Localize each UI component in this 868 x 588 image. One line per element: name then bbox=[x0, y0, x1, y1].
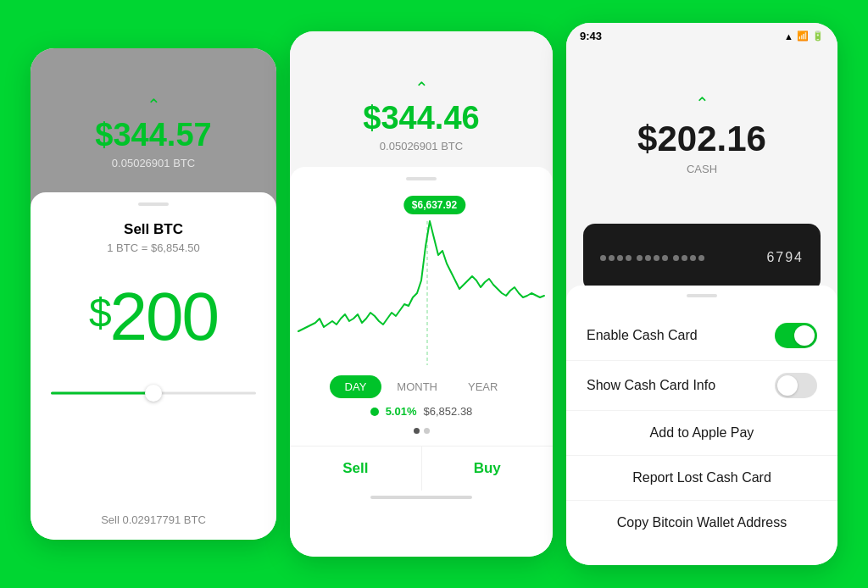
pg-dot-1 bbox=[414, 428, 420, 434]
chart-sheet: $6,637.92 DAY MONTH YE bbox=[290, 167, 553, 557]
chevron-up-icon[interactable]: ⌃ bbox=[147, 97, 161, 114]
action-sheet: Enable Cash Card Show Cash Card Info Add… bbox=[566, 286, 837, 565]
stats-dot-icon bbox=[370, 408, 379, 416]
chart-sheet-handle bbox=[406, 177, 437, 180]
show-cash-card-info-row: Show Cash Card Info bbox=[566, 361, 837, 411]
card-dot bbox=[609, 255, 615, 261]
stats-value: $6,852.38 bbox=[424, 405, 473, 418]
chart-btc-sub: 0.05026901 BTC bbox=[380, 140, 463, 153]
btc-sub-amount: 0.05026901 BTC bbox=[112, 157, 195, 169]
enable-cash-card-row: Enable Cash Card bbox=[566, 311, 837, 361]
card-dot-group-1 bbox=[600, 255, 632, 261]
show-cash-card-info-label: Show Cash Card Info bbox=[587, 378, 715, 393]
sell-amount: $200 bbox=[89, 278, 218, 356]
signal-icon: ▲ bbox=[784, 31, 793, 42]
screen-sell-btc: ⌃ $344.57 0.05026901 BTC Sell BTC 1 BTC … bbox=[31, 48, 276, 540]
show-cash-card-info-toggle[interactable] bbox=[775, 373, 817, 398]
card-dot bbox=[637, 255, 643, 261]
dollar-sign: $ bbox=[89, 290, 110, 336]
card-dot bbox=[673, 255, 679, 261]
home-bar bbox=[370, 496, 472, 499]
stats-row: 5.01% $6,852.38 bbox=[370, 405, 473, 418]
status-time: 9:43 bbox=[580, 30, 602, 42]
tab-month[interactable]: MONTH bbox=[381, 375, 453, 398]
enable-cash-card-toggle[interactable] bbox=[775, 323, 817, 348]
card-dot bbox=[698, 255, 704, 261]
toggle-knob bbox=[794, 325, 815, 346]
btc-chart-svg bbox=[290, 196, 553, 365]
card-dot bbox=[654, 255, 659, 261]
card-dot-group-3 bbox=[673, 255, 704, 261]
sell-btc-title: Sell BTC bbox=[124, 221, 183, 238]
screen-cash-card: 9:43 ▲ 📶 🔋 ⌃ $202.16 CASH bbox=[566, 23, 837, 565]
cash-amount: $202.16 bbox=[637, 119, 766, 159]
buy-button[interactable]: Buy bbox=[422, 447, 554, 491]
card-dot bbox=[645, 255, 651, 261]
sell-btc-rate: 1 BTC = $6,854.50 bbox=[107, 241, 200, 254]
card-section: 6794 bbox=[566, 224, 837, 291]
sheet-handle bbox=[138, 202, 169, 206]
cash-top-section: ⌃ $202.16 CASH bbox=[566, 46, 837, 224]
sell-buy-row: Sell Buy bbox=[290, 446, 553, 491]
card-dot bbox=[662, 255, 668, 261]
pagination-dots bbox=[414, 428, 430, 434]
amount-slider[interactable] bbox=[51, 383, 256, 403]
card-dot bbox=[626, 255, 632, 261]
cash-label-sub: CASH bbox=[687, 163, 717, 175]
action-sheet-handle bbox=[687, 294, 717, 297]
card-dot bbox=[682, 255, 687, 261]
add-apple-pay-label: Add to Apple Pay bbox=[650, 425, 754, 440]
toggle-knob-2 bbox=[777, 375, 798, 396]
black-card: 6794 bbox=[583, 224, 821, 291]
tab-year[interactable]: YEAR bbox=[453, 375, 513, 398]
chart-tooltip: $6,637.92 bbox=[403, 196, 465, 214]
slider-fill bbox=[51, 392, 153, 395]
tab-day[interactable]: DAY bbox=[330, 375, 382, 398]
sell-button[interactable]: Sell bbox=[290, 447, 422, 491]
battery-icon: 🔋 bbox=[812, 31, 824, 42]
period-tabs: DAY MONTH YEAR bbox=[330, 375, 514, 398]
stats-pct: 5.01% bbox=[386, 405, 417, 418]
copy-bitcoin-wallet-row[interactable]: Copy Bitcoin Wallet Address bbox=[566, 501, 837, 545]
screen-btc-chart: ⌃ $344.46 0.05026901 BTC $6,637.92 bbox=[290, 31, 553, 557]
card-last4: 6794 bbox=[766, 250, 804, 265]
sell-btc-sheet: Sell BTC 1 BTC = $6,854.50 $200 Sell 0.0… bbox=[31, 192, 276, 540]
chevron-up-icon-3[interactable]: ⌃ bbox=[695, 95, 709, 112]
chevron-up-icon-2[interactable]: ⌃ bbox=[415, 80, 429, 97]
card-dots bbox=[600, 255, 704, 261]
card-dot bbox=[600, 255, 606, 261]
card-dot-group-2 bbox=[637, 255, 668, 261]
status-icons: ▲ 📶 🔋 bbox=[784, 31, 824, 42]
sell-btc-footer-label: Sell 0.02917791 BTC bbox=[101, 513, 206, 526]
btc-price: $344.57 bbox=[95, 117, 211, 153]
chart-btc-price: $344.46 bbox=[363, 100, 479, 136]
add-apple-pay-row[interactable]: Add to Apple Pay bbox=[566, 411, 837, 456]
card-dot bbox=[617, 255, 623, 261]
enable-cash-card-label: Enable Cash Card bbox=[587, 328, 698, 343]
wifi-icon: 📶 bbox=[797, 31, 809, 42]
screens-container: ⌃ $344.57 0.05026901 BTC Sell BTC 1 BTC … bbox=[14, 6, 854, 582]
report-lost-card-label: Report Lost Cash Card bbox=[632, 470, 771, 485]
copy-bitcoin-wallet-label: Copy Bitcoin Wallet Address bbox=[617, 515, 787, 530]
pg-dot-2 bbox=[424, 428, 430, 434]
card-dot bbox=[690, 255, 696, 261]
sell-amount-number: 200 bbox=[110, 279, 218, 354]
slider-thumb[interactable] bbox=[145, 385, 162, 402]
report-lost-card-row[interactable]: Report Lost Cash Card bbox=[566, 456, 837, 501]
status-bar: 9:43 ▲ 📶 🔋 bbox=[566, 23, 837, 46]
chart-area: $6,637.92 bbox=[290, 196, 553, 365]
